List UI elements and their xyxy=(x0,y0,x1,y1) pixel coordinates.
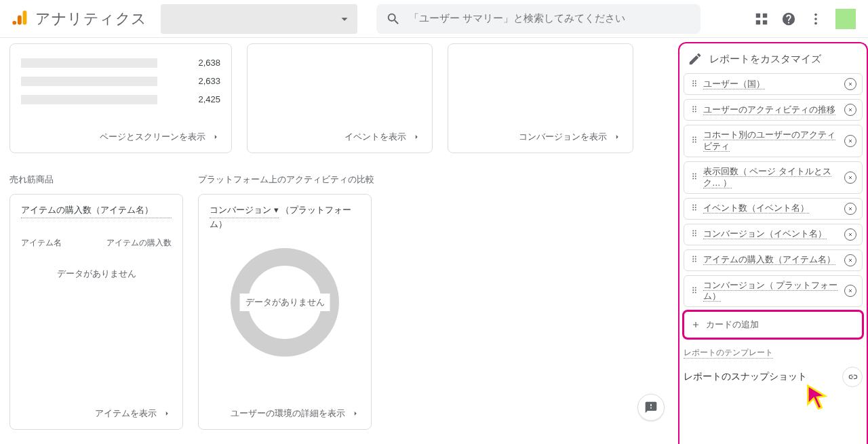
analytics-logo-icon xyxy=(11,8,30,29)
section-title: 売れ筋商品 xyxy=(9,174,183,186)
plus-icon xyxy=(691,320,701,329)
svg-point-17 xyxy=(695,106,696,107)
svg-rect-3 xyxy=(756,13,760,17)
remove-icon[interactable] xyxy=(844,203,856,215)
svg-point-8 xyxy=(814,18,817,20)
svg-point-38 xyxy=(692,209,694,211)
card-link[interactable]: ページとスクリーンを表示 xyxy=(21,131,220,143)
metric-label[interactable]: コンバージョン ▾ xyxy=(210,204,279,218)
svg-point-37 xyxy=(695,207,696,208)
svg-point-32 xyxy=(692,178,694,180)
arrow-right-icon xyxy=(211,132,220,142)
card-conversions: コンバージョンを表示 xyxy=(448,43,633,153)
cursor-annotation xyxy=(806,384,829,410)
card-manager-item[interactable]: イベント数（イベント名） xyxy=(684,198,863,220)
card-manager-label: コンバージョン（イベント名） xyxy=(703,228,840,240)
remove-icon[interactable] xyxy=(844,78,856,90)
property-selector[interactable] xyxy=(161,4,357,34)
remove-icon[interactable] xyxy=(844,254,856,266)
avatar[interactable] xyxy=(835,9,856,29)
card-manager-item[interactable]: ユーザー（国） xyxy=(684,73,863,95)
drag-handle-icon[interactable] xyxy=(690,79,699,90)
svg-rect-1 xyxy=(18,16,22,25)
remove-icon[interactable] xyxy=(844,104,856,116)
search-bar[interactable]: 「ユーザー サマリー」と検索してみてください xyxy=(376,4,701,34)
feedback-button[interactable] xyxy=(637,394,665,421)
drag-handle-icon[interactable] xyxy=(690,171,699,183)
drag-handle-icon[interactable] xyxy=(690,203,699,214)
svg-point-54 xyxy=(692,289,694,291)
metric-label[interactable]: アイテムの購入数（アイテム名） xyxy=(21,204,172,218)
column-header: アイテム名 xyxy=(21,237,62,249)
card-manager-item[interactable]: ユーザーのアクティビティの推移 xyxy=(684,99,863,121)
card-manager-label: コホート別のユーザーのアクティビティ xyxy=(703,129,840,153)
card-link[interactable]: アイテムを表示 xyxy=(21,407,172,420)
svg-point-46 xyxy=(692,256,694,258)
svg-point-34 xyxy=(692,205,694,206)
svg-point-13 xyxy=(695,83,696,84)
customize-panel: レポートをカスタマイズ ユーザー（国）ユーザーのアクティビティの推移コホート別の… xyxy=(678,42,868,444)
svg-point-30 xyxy=(692,176,694,177)
card-link[interactable]: ユーザーの環境の詳細を表示 xyxy=(210,407,360,420)
remove-icon[interactable] xyxy=(844,228,856,241)
snapshot-button[interactable] xyxy=(842,367,863,387)
svg-point-50 xyxy=(692,261,694,262)
logo[interactable]: アナリティクス xyxy=(5,8,153,29)
svg-point-31 xyxy=(695,176,696,177)
search-icon xyxy=(386,12,401,26)
remove-icon[interactable] xyxy=(844,135,856,147)
app-header: アナリティクス 「ユーザー サマリー」と検索してみてください xyxy=(0,0,868,38)
svg-point-19 xyxy=(695,108,696,110)
report-canvas: 2,638 2,633 2,425 ページとスクリーンを表示 イベントを表示 xyxy=(0,38,678,444)
card-manager-label: イベント数（イベント名） xyxy=(703,203,840,214)
card-link[interactable]: コンバージョンを表示 xyxy=(459,131,622,143)
card-manager-item[interactable]: 表示回数（ ページ タイトルとスク… ） xyxy=(684,161,863,194)
help-icon[interactable] xyxy=(781,12,796,26)
remove-icon[interactable] xyxy=(844,171,856,184)
more-vert-icon[interactable] xyxy=(808,12,823,26)
svg-point-55 xyxy=(695,289,696,291)
link-icon xyxy=(847,371,858,382)
arrow-right-icon xyxy=(612,132,622,142)
svg-point-28 xyxy=(692,174,694,175)
card-manager-item[interactable]: コホート別のユーザーのアクティビティ xyxy=(684,125,863,157)
svg-point-9 xyxy=(814,22,817,24)
svg-point-36 xyxy=(692,207,694,208)
svg-point-25 xyxy=(695,139,696,140)
drag-handle-icon[interactable] xyxy=(690,254,699,266)
svg-rect-6 xyxy=(763,20,767,24)
svg-point-18 xyxy=(692,108,694,110)
svg-point-44 xyxy=(692,235,694,237)
svg-point-26 xyxy=(692,142,694,143)
arrow-right-icon xyxy=(351,409,360,418)
empty-state: データがありません xyxy=(240,294,330,311)
card-manager-label: ユーザーのアクティビティの推移 xyxy=(703,104,840,116)
remove-icon[interactable] xyxy=(844,285,856,297)
svg-rect-4 xyxy=(763,13,767,17)
card-manager-item[interactable]: コンバージョン（イベント名） xyxy=(684,224,863,245)
card-manager-item[interactable]: アイテムの購入数（アイテム名） xyxy=(684,249,863,271)
svg-point-23 xyxy=(695,137,696,138)
drag-handle-icon[interactable] xyxy=(690,228,699,240)
svg-point-48 xyxy=(692,258,694,260)
card-events: イベントを表示 xyxy=(247,43,433,153)
svg-point-15 xyxy=(695,85,696,86)
add-card-button[interactable]: カードの追加 xyxy=(684,311,863,338)
drag-handle-icon[interactable] xyxy=(690,285,699,297)
apps-icon[interactable] xyxy=(754,12,769,26)
caret-down-icon xyxy=(337,12,352,26)
svg-rect-0 xyxy=(23,11,27,25)
section-title: プラットフォーム上のアクティビティの比較 xyxy=(198,174,374,186)
card-manager-item[interactable]: コンバージョン（ プラットフォーム） xyxy=(684,275,863,308)
drag-handle-icon[interactable] xyxy=(690,104,699,116)
drag-handle-icon[interactable] xyxy=(690,135,699,146)
metric-value: 2,425 xyxy=(198,94,220,104)
template-link[interactable]: レポートのテンプレート xyxy=(684,348,773,359)
svg-point-2 xyxy=(12,21,16,25)
svg-point-14 xyxy=(692,85,694,86)
card-link[interactable]: イベントを表示 xyxy=(258,131,421,143)
column-header: アイテムの購入数 xyxy=(106,237,172,249)
svg-point-22 xyxy=(692,137,694,138)
panel-title: レポートをカスタマイズ xyxy=(684,47,863,73)
svg-point-41 xyxy=(695,230,696,232)
